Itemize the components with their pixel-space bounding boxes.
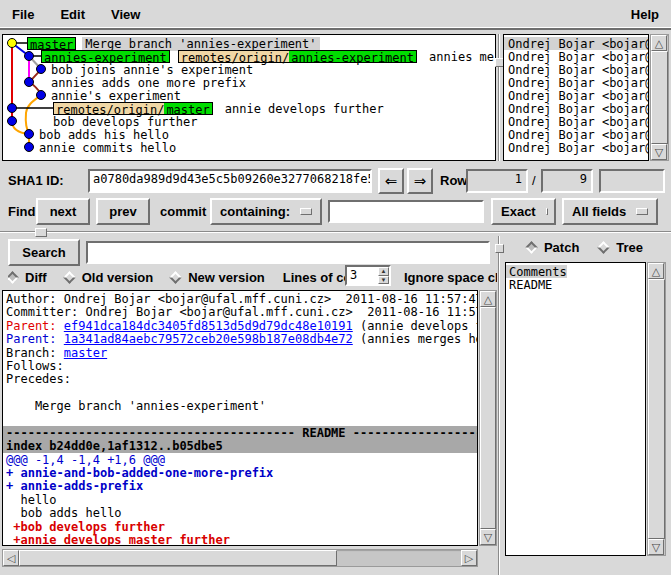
scroll-trough[interactable] bbox=[480, 307, 496, 529]
commit-row[interactable]: bob adds his hello bbox=[3, 128, 495, 141]
remote-ref-badge[interactable]: remotes/origin/annies-experiment bbox=[178, 50, 417, 63]
view-mode-patch-radio[interactable]: Patch bbox=[527, 240, 579, 255]
commit-row[interactable]: annie commits hello bbox=[3, 141, 495, 154]
author-row[interactable]: Ondrej Bojar <bojar@ bbox=[504, 141, 648, 154]
scroll-trough[interactable] bbox=[651, 51, 668, 144]
sha-link[interactable]: ef941dca184dc3405fd8513d5d9d79dc48e10191 bbox=[64, 319, 353, 333]
diff-mode-new-version-radio[interactable]: New version bbox=[171, 270, 265, 285]
main-sash[interactable] bbox=[0, 231, 671, 233]
back-button[interactable]: ⇐ bbox=[378, 168, 404, 194]
file-list[interactable]: CommentsREADME bbox=[505, 262, 646, 556]
diff-line bbox=[6, 386, 477, 399]
lower-sash-grip[interactable] bbox=[495, 244, 504, 253]
find-label[interactable]: Find bbox=[8, 204, 35, 219]
scroll-thumb[interactable] bbox=[480, 307, 496, 529]
menu-edit[interactable]: Edit bbox=[60, 7, 85, 22]
commit-subject: bob develops further bbox=[53, 115, 198, 129]
scroll-up-icon[interactable]: △ bbox=[480, 291, 496, 307]
scroll-thumb[interactable] bbox=[648, 279, 665, 539]
diff-segment: (annies merges he bbox=[353, 332, 478, 346]
branch-ref-badge[interactable]: annies-experiment bbox=[41, 50, 170, 63]
commit-graph-pane[interactable]: masterMerge branch 'annies-experiment'an… bbox=[2, 34, 496, 161]
menu-help[interactable]: Help bbox=[631, 7, 659, 22]
diff-hscrollbar: ◁ ▷ bbox=[2, 549, 478, 567]
author-row[interactable]: Ondrej Bojar <bojar@ bbox=[504, 128, 648, 141]
author-pane[interactable]: Ondrej Bojar <bojar@Ondrej Bojar <bojar@… bbox=[503, 34, 649, 161]
lines-of-context-value[interactable]: 3 bbox=[347, 267, 378, 284]
diff-segment: Merge branch 'annies-experiment' bbox=[6, 399, 266, 413]
author-row[interactable]: Ondrej Bojar <bojar@ bbox=[504, 63, 648, 76]
commit-row[interactable]: masterMerge branch 'annies-experiment' bbox=[3, 37, 495, 50]
commit-subject: bob joins annie's experiment bbox=[51, 63, 253, 77]
search-button[interactable]: Search bbox=[8, 239, 80, 266]
diff-line: @@@ -1,4 -1,4 +1,6 @@@ bbox=[6, 453, 477, 466]
find-query-input[interactable] bbox=[328, 200, 484, 223]
diff-line bbox=[6, 413, 477, 426]
spin-down-icon[interactable]: ▼ bbox=[378, 276, 389, 285]
diff-line: + annie-and-bob-added-one-more-prefix bbox=[6, 466, 477, 479]
radio-diamond-icon bbox=[169, 271, 182, 284]
scroll-up-icon[interactable]: △ bbox=[648, 263, 664, 279]
sha-link[interactable]: master bbox=[64, 346, 107, 360]
scroll-trough[interactable] bbox=[19, 550, 461, 566]
author-row[interactable]: Ondrej Bojar <bojar@ bbox=[504, 89, 648, 102]
lower-pane-sash[interactable] bbox=[498, 236, 500, 575]
diff-segment: Parent: bbox=[6, 332, 64, 346]
commit-subject: annie's experiment bbox=[51, 89, 181, 103]
row-current-field[interactable]: 1 bbox=[466, 169, 528, 193]
commit-label: commit bbox=[160, 204, 206, 219]
author-row[interactable]: Ondrej Bojar <bojar@ bbox=[504, 115, 648, 128]
diff-segment: Branch: bbox=[6, 346, 64, 360]
branch-ref-badge[interactable]: master bbox=[27, 37, 76, 50]
commit-row[interactable]: remotes/origin/masterannie develops furt… bbox=[3, 102, 495, 115]
optionmenu-indicator-icon bbox=[636, 208, 648, 215]
author-row[interactable]: Ondrej Bojar <bojar@ bbox=[504, 102, 648, 115]
scroll-thumb[interactable] bbox=[19, 550, 337, 566]
match-type-dropdown[interactable]: Exact bbox=[491, 198, 556, 225]
author-row[interactable]: Ondrej Bojar <bojar@ bbox=[504, 37, 648, 50]
menu-file[interactable]: File bbox=[12, 7, 34, 22]
view-mode-tree-radio[interactable]: Tree bbox=[599, 240, 643, 255]
sha-link[interactable]: 1a341ad84aebc79572ceb20e598b187e08db4e72 bbox=[64, 332, 353, 346]
lines-of-context-spinner[interactable]: 3 ▲ ▼ bbox=[345, 265, 391, 286]
diff-line: hello bbox=[6, 493, 477, 506]
diff-segment: Follows: bbox=[6, 359, 71, 373]
scroll-down-icon[interactable]: ▽ bbox=[480, 529, 496, 545]
commit-row[interactable]: annie's experiment bbox=[3, 89, 495, 102]
commit-row[interactable]: annies adds one more prefix bbox=[3, 76, 495, 89]
top-pane-sash[interactable] bbox=[498, 34, 500, 161]
menu-view[interactable]: View bbox=[111, 7, 140, 22]
scroll-trough[interactable] bbox=[648, 279, 665, 539]
scroll-down-icon[interactable]: ▽ bbox=[648, 539, 664, 555]
scroll-thumb[interactable] bbox=[651, 51, 668, 144]
spin-up-icon[interactable]: ▲ bbox=[378, 267, 389, 276]
commit-list-scrollbar: △ ▽ bbox=[650, 34, 669, 161]
scroll-down-icon[interactable]: ▽ bbox=[651, 144, 667, 160]
author-row[interactable]: Ondrej Bojar <bojar@ bbox=[504, 76, 648, 89]
diff-line: +bob develops further bbox=[6, 520, 477, 533]
main-sash-grip[interactable] bbox=[35, 228, 47, 237]
find-prev-button[interactable]: prev bbox=[96, 198, 150, 225]
row-label: Row bbox=[440, 173, 467, 188]
diff-mode-diff-radio[interactable]: Diff bbox=[8, 270, 47, 285]
sha1-input[interactable]: a0780da989d9d43e5c5b09260e3277068218fe51 bbox=[88, 169, 372, 193]
remote-ref-badge[interactable]: remotes/origin/master bbox=[53, 102, 213, 115]
file-list-item[interactable]: Comments bbox=[506, 265, 567, 278]
find-next-button[interactable]: next bbox=[36, 198, 90, 225]
scroll-left-icon[interactable]: ◁ bbox=[3, 550, 19, 566]
file-list-item[interactable]: README bbox=[506, 278, 552, 291]
author-row[interactable]: Ondrej Bojar <bojar@ bbox=[504, 50, 648, 63]
fields-dropdown[interactable]: All fields bbox=[562, 198, 658, 225]
forward-button[interactable]: ⇒ bbox=[407, 168, 433, 194]
search-input[interactable] bbox=[86, 241, 490, 264]
scroll-up-icon[interactable]: △ bbox=[651, 35, 667, 51]
ignore-space-checkbox[interactable]: Ignore space chang bbox=[404, 270, 497, 285]
commit-row[interactable]: bob joins annie's experiment bbox=[3, 63, 495, 76]
containing-dropdown[interactable]: containing: bbox=[210, 198, 322, 225]
commit-row[interactable]: annies-experimentremotes/origin/annies-e… bbox=[3, 50, 495, 63]
commit-row[interactable]: bob develops further bbox=[3, 115, 495, 128]
diff-mode-old-version-radio[interactable]: Old version bbox=[65, 270, 154, 285]
diff-text-pane[interactable]: Author: Ondrej Bojar <bojar@ufal.mff.cun… bbox=[2, 290, 478, 546]
scroll-right-icon[interactable]: ▷ bbox=[461, 550, 477, 566]
diff-line: Parent: ef941dca184dc3405fd8513d5d9d79dc… bbox=[6, 319, 477, 332]
